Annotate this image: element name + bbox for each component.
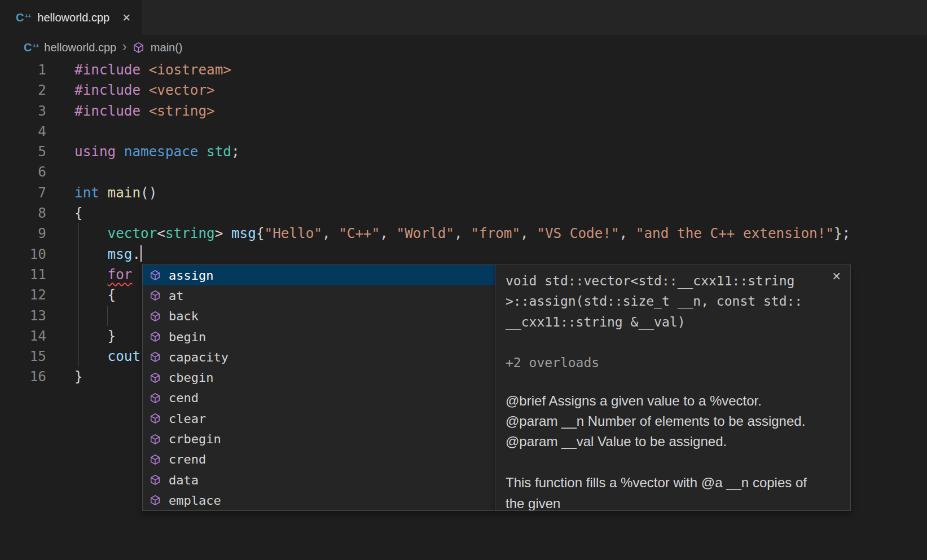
suggest-label: data <box>169 473 199 487</box>
suggest-item-crend[interactable]: crend <box>143 449 495 470</box>
suggest-label: clear <box>169 412 206 426</box>
line-number: 16 <box>0 367 46 387</box>
suggest-item-emplace[interactable]: emplace <box>143 490 495 510</box>
suggest-label: crend <box>169 452 206 466</box>
suggest-label: crbegin <box>169 432 221 446</box>
close-icon[interactable]: ✕ <box>832 270 841 283</box>
code-text: } <box>74 367 83 387</box>
suggest-widget: assignatbackbegincapacitycbegincendclear… <box>142 264 495 511</box>
line-number: 3 <box>0 101 46 121</box>
suggest-item-cbegin[interactable]: cbegin <box>143 367 495 387</box>
doc-popup: ✕ void std::vector<std::__cxx11::string>… <box>495 264 851 511</box>
suggest-label: begin <box>169 330 206 344</box>
tab-bar: C++ helloworld.cpp ✕ <box>0 0 927 35</box>
method-icon <box>149 330 161 343</box>
suggest-label: cend <box>169 391 199 405</box>
editor[interactable]: 1#include <iostream>2#include <vector>3#… <box>0 60 927 560</box>
suggest-label: emplace <box>169 493 221 508</box>
line-number: 13 <box>0 306 46 326</box>
text-cursor <box>140 245 142 262</box>
method-icon <box>149 310 161 323</box>
line-number: 15 <box>0 346 46 367</box>
suggest-item-back[interactable]: back <box>143 306 495 327</box>
suggest-item-capacity[interactable]: capacity <box>143 347 495 367</box>
code-text: cout <box>74 346 140 367</box>
line-number: 2 <box>0 80 46 100</box>
doc-signature: void std::vector<std::__cxx11::string>::… <box>506 271 839 332</box>
code-text: vector<string> msg{"Hello", "C++", "Worl… <box>74 223 850 244</box>
breadcrumb: C++ helloworld.cpp › main() <box>0 35 927 60</box>
code-text: msg. <box>74 244 142 264</box>
method-icon <box>149 433 161 446</box>
suggest-item-at[interactable]: at <box>143 285 495 306</box>
code-line[interactable]: 1#include <iostream> <box>0 60 927 80</box>
line-number: 5 <box>0 142 46 162</box>
code-text: int main() <box>74 183 157 203</box>
method-icon <box>149 372 161 384</box>
line-number: 11 <box>0 264 46 285</box>
line-number: 14 <box>0 326 46 346</box>
suggest-list: assignatbackbegincapacitycbegincendclear… <box>143 265 495 511</box>
code-line[interactable]: 9 vector<string> msg{"Hello", "C++", "Wo… <box>0 223 927 244</box>
method-icon <box>149 494 161 506</box>
suggest-label: assign <box>169 268 213 283</box>
method-icon <box>149 392 161 404</box>
line-number: 12 <box>0 285 46 305</box>
suggest-item-data[interactable]: data <box>143 470 495 490</box>
code-text: #include <string> <box>74 101 215 121</box>
line-number: 6 <box>0 162 46 182</box>
code-text: { <box>74 203 83 223</box>
code-text: for <box>74 264 132 285</box>
suggest-item-assign[interactable]: assign <box>143 265 495 285</box>
suggest-item-cend[interactable]: cend <box>143 388 495 408</box>
suggest-label: at <box>169 289 184 303</box>
suggest-label: capacity <box>169 350 229 364</box>
line-number: 10 <box>0 244 46 264</box>
line-number: 9 <box>0 223 46 244</box>
method-icon <box>149 289 161 302</box>
line-number: 7 <box>0 183 46 203</box>
tab-title: helloworld.cpp <box>37 11 109 24</box>
chevron-right-icon: › <box>122 39 127 54</box>
cpp-file-icon: C++ <box>16 12 30 23</box>
method-icon <box>133 41 145 54</box>
code-text: using namespace std; <box>74 142 240 162</box>
code-text: } <box>74 326 116 346</box>
code-line[interactable]: 7int main() <box>0 183 927 203</box>
code-text: { <box>74 285 116 305</box>
code-line[interactable]: 4 <box>0 121 927 142</box>
indent-guide <box>107 306 108 326</box>
suggest-item-crbegin[interactable]: crbegin <box>143 429 495 449</box>
method-icon <box>149 269 161 281</box>
method-icon <box>149 453 161 466</box>
breadcrumb-symbol[interactable]: main() <box>151 41 183 54</box>
suggest-item-begin[interactable]: begin <box>143 327 495 347</box>
tab-helloworld-cpp[interactable]: C++ helloworld.cpp ✕ <box>0 0 142 35</box>
code-line[interactable]: 2#include <vector> <box>0 80 927 100</box>
suggest-label: back <box>169 309 199 323</box>
doc-overloads: +2 overloads <box>506 352 839 373</box>
line-number: 8 <box>0 203 46 223</box>
breadcrumb-file[interactable]: helloworld.cpp <box>44 41 116 54</box>
method-icon <box>149 474 161 486</box>
line-number: 4 <box>0 121 46 142</box>
cpp-file-icon: C++ <box>24 42 38 53</box>
doc-description: @brief Assigns a given value to a %vecto… <box>506 391 839 511</box>
code-line[interactable]: 5using namespace std; <box>0 142 927 162</box>
code-line[interactable]: 10 msg. <box>0 244 927 264</box>
method-icon <box>149 351 161 363</box>
code-line[interactable]: 3#include <string> <box>0 101 927 121</box>
code-text: #include <vector> <box>74 80 215 100</box>
line-number: 1 <box>0 60 46 80</box>
code-text: #include <iostream> <box>74 60 231 80</box>
suggest-item-clear[interactable]: clear <box>143 408 495 429</box>
code-line[interactable]: 8{ <box>0 203 927 223</box>
suggest-label: cbegin <box>169 371 213 385</box>
method-icon <box>149 412 161 425</box>
tab-close-icon[interactable]: ✕ <box>122 11 131 24</box>
indent-guide <box>78 223 79 367</box>
code-line[interactable]: 6 <box>0 162 927 182</box>
